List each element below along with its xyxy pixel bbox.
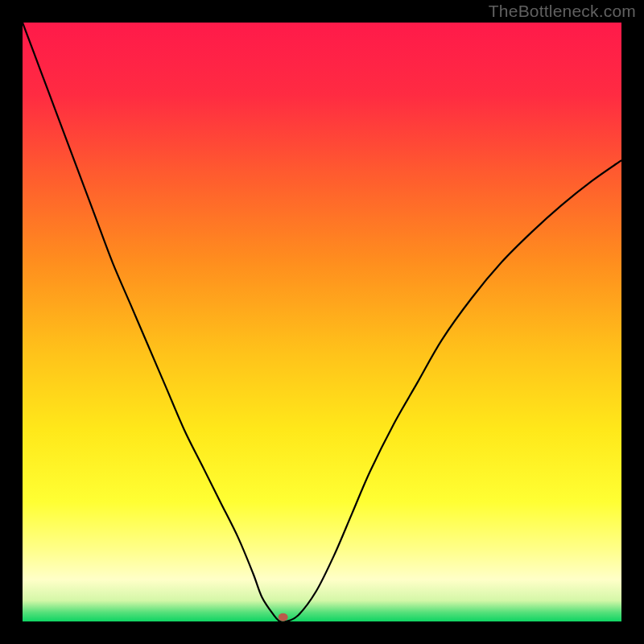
minimum-marker: [279, 613, 288, 621]
watermark-text: TheBottleneck.com: [489, 2, 636, 21]
plot-area: [23, 23, 621, 621]
chart-frame: TheBottleneck.com: [0, 0, 644, 644]
bottleneck-chart: [23, 23, 621, 621]
gradient-background: [23, 23, 621, 621]
